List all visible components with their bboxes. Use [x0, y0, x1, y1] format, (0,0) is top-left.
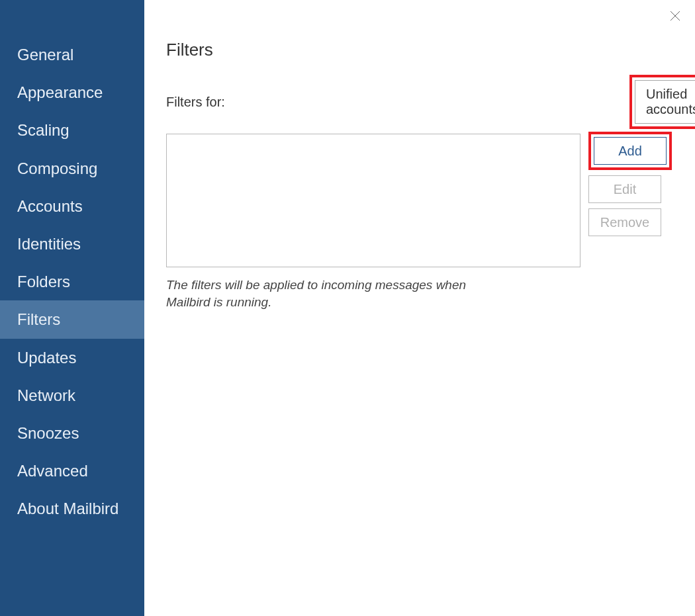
sidebar-item-general[interactable]: General — [0, 36, 144, 73]
account-dropdown-selected: Unified accounts — [646, 87, 695, 117]
sidebar-item-advanced[interactable]: Advanced — [0, 452, 144, 490]
filters-body: Add Edit Remove — [166, 134, 672, 267]
sidebar-item-appearance[interactable]: Appearance — [0, 73, 144, 111]
sidebar-item-composing[interactable]: Composing — [0, 150, 144, 187]
filters-for-row: Filters for: Unified accounts — [166, 75, 672, 129]
remove-button[interactable]: Remove — [588, 208, 661, 236]
account-dropdown[interactable]: Unified accounts — [635, 80, 695, 124]
sidebar-item-scaling[interactable]: Scaling — [0, 111, 144, 149]
sidebar-item-identities[interactable]: Identities — [0, 225, 144, 263]
sidebar-item-folders[interactable]: Folders — [0, 263, 144, 300]
sidebar-item-about[interactable]: About Mailbird — [0, 490, 144, 527]
filters-for-label: Filters for: — [166, 95, 225, 110]
close-icon — [670, 11, 680, 21]
add-button-highlight: Add — [588, 132, 672, 170]
close-button[interactable] — [669, 9, 682, 22]
settings-sidebar: General Appearance Scaling Composing Acc… — [0, 0, 144, 616]
sidebar-item-updates[interactable]: Updates — [0, 339, 144, 376]
page-title: Filters — [166, 40, 672, 60]
add-button[interactable]: Add — [594, 137, 667, 165]
sidebar-item-snoozes[interactable]: Snoozes — [0, 414, 144, 452]
account-dropdown-highlight: Unified accounts — [629, 75, 695, 129]
main-panel: Filters Filters for: Unified accounts Ad… — [144, 0, 695, 616]
filters-button-stack: Add Edit Remove — [588, 134, 672, 236]
filters-hint-text: The filters will be applied to incoming … — [166, 277, 510, 310]
filters-list[interactable] — [166, 134, 580, 267]
sidebar-item-network[interactable]: Network — [0, 376, 144, 414]
edit-button[interactable]: Edit — [588, 175, 661, 203]
sidebar-item-filters[interactable]: Filters — [0, 300, 144, 338]
sidebar-item-accounts[interactable]: Accounts — [0, 187, 144, 225]
